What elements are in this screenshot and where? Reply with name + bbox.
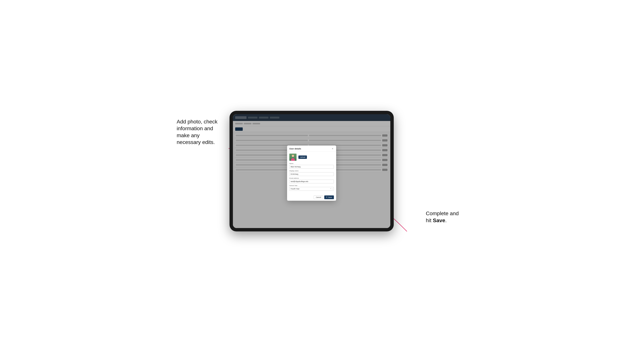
- name-field-group: Name: [289, 163, 334, 169]
- school-year-row: × ⌄: [289, 187, 334, 191]
- cancel-button[interactable]: Cancel: [314, 195, 323, 199]
- annotation-left-text-4: necessary edits.: [177, 139, 215, 145]
- clear-school-year-button[interactable]: ×: [330, 188, 331, 189]
- annotation-right: Complete and hit Save.: [426, 210, 479, 224]
- photo-upload-row: Upload: [289, 154, 334, 161]
- modal-header: User details ×: [287, 146, 336, 152]
- modal-body: Upload Name Display name: [287, 152, 336, 194]
- email-input[interactable]: [289, 179, 334, 183]
- display-name-input[interactable]: [289, 172, 334, 176]
- user-details-modal: User details × Upload: [287, 146, 336, 201]
- scene: Add photo, check information and make an…: [218, 107, 426, 239]
- display-name-field-group: Display name: [289, 170, 334, 176]
- tablet-device: User details × Upload: [230, 111, 394, 231]
- display-name-label: Display name: [289, 170, 334, 172]
- upload-photo-button[interactable]: Upload: [298, 156, 307, 159]
- modal-footer: Cancel ⬆ Save: [287, 194, 336, 201]
- school-year-controls: × ⌄: [330, 188, 333, 189]
- photo-thumbnail: [289, 154, 296, 161]
- save-button[interactable]: ⬆ Save: [324, 195, 334, 199]
- app-background: User details × Upload: [233, 114, 390, 228]
- annotation-left: Add photo, check information and make an…: [177, 118, 230, 146]
- school-year-input[interactable]: [289, 187, 334, 191]
- email-field-group: Email address: [289, 177, 334, 183]
- school-year-label: School Year: [289, 185, 334, 186]
- annotation-left-text-1: Add photo, check: [177, 119, 218, 125]
- user-photo: [289, 154, 296, 161]
- modal-close-button[interactable]: ×: [331, 147, 334, 150]
- annotation-right-text-2: hit Save.: [426, 217, 447, 223]
- modal-title: User details: [289, 148, 301, 150]
- modal-overlay: User details × Upload: [233, 114, 390, 228]
- name-input[interactable]: [289, 165, 334, 169]
- school-year-chevron[interactable]: ⌄: [332, 188, 333, 189]
- name-label: Name: [289, 163, 334, 164]
- tablet-screen: User details × Upload: [233, 114, 390, 228]
- school-year-field-group: School Year × ⌄: [289, 185, 334, 191]
- save-label: Save: [328, 196, 332, 198]
- annotation-left-text-2: information and: [177, 126, 213, 131]
- email-label: Email address: [289, 177, 334, 179]
- annotation-left-text-3: make any: [177, 133, 200, 138]
- annotation-right-text-1: Complete and: [426, 210, 459, 216]
- save-icon: ⬆: [326, 196, 328, 198]
